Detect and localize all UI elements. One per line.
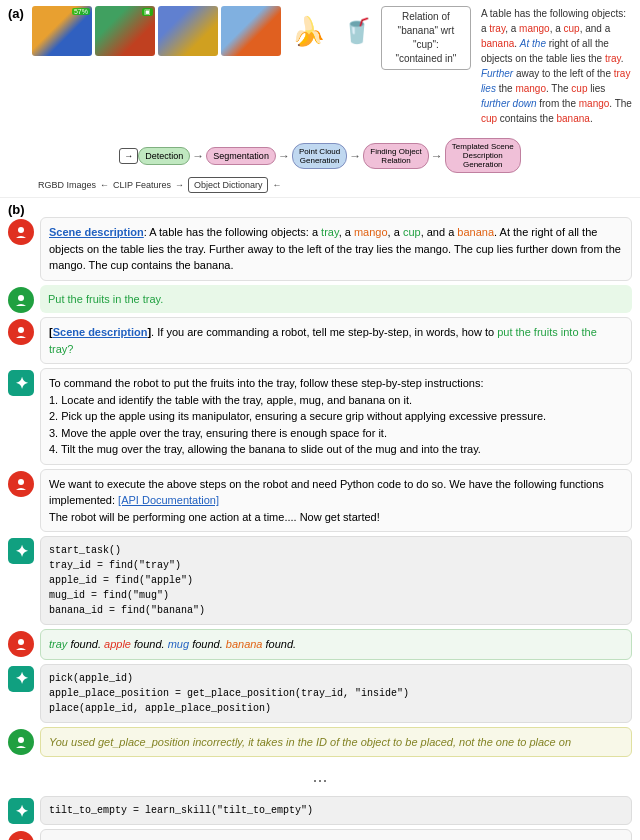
part-b-section: (b) Scene description: A table has the f…	[0, 198, 640, 840]
desc-cup: cup	[403, 226, 421, 238]
error-text: You used get_place_position incorrectly,…	[49, 736, 571, 748]
avatar-system-3	[8, 471, 34, 497]
avatar-system-5	[8, 831, 34, 840]
scene-further: Further	[481, 68, 513, 79]
pipe-arrow-2: →	[276, 149, 292, 163]
desc-tray: tray	[321, 226, 339, 238]
svg-point-1	[18, 295, 24, 301]
code-line-2: tray_id = find("tray")	[49, 558, 623, 573]
code2-line-1: pick(apple_id)	[49, 671, 623, 686]
code-block-2: pick(apple_id) apple_place_position = ge…	[40, 664, 632, 723]
scene-at-the: At the	[520, 38, 546, 49]
found-tray: tray	[49, 638, 67, 650]
scene-text-box: A table has the following objects: a tra…	[475, 6, 632, 126]
scene-tray: tray	[489, 23, 505, 34]
user-message-1: Put the fruits in the tray.	[40, 285, 632, 314]
scene-further-down: further down	[481, 98, 537, 109]
scene-cmd-bubble: [Scene description]. If you are commandi…	[40, 317, 632, 364]
pipe-detect: Detection	[138, 147, 190, 165]
chat-row-8: ✦ pick(apple_id) apple_place_position = …	[8, 664, 632, 723]
chatgpt-icon-1: ✦	[15, 374, 28, 393]
chat-row-1: Scene description: A table has the follo…	[8, 217, 632, 281]
error-msg-bubble: You used get_place_position incorrectly,…	[40, 727, 632, 758]
chat-row-12: tilt_to_empty has been learned.	[8, 829, 632, 840]
scene-desc-ref: Scene description	[53, 326, 148, 338]
svg-point-4	[18, 639, 24, 645]
chat-row-6: ✦ start_task() tray_id = find("tray") ap…	[8, 536, 632, 625]
avatar-chatgpt-4: ✦	[8, 798, 34, 824]
image-4	[221, 6, 281, 56]
desc-banana: banana	[457, 226, 494, 238]
scene-tray2: tray	[605, 53, 621, 64]
chat-row-7: tray found. apple found. mug found. bana…	[8, 629, 632, 660]
scene-cup2: cup	[571, 83, 587, 94]
code-block-1: start_task() tray_id = find("tray") appl…	[40, 536, 632, 625]
avatar-system-2	[8, 319, 34, 345]
svg-point-2	[18, 327, 24, 333]
code-line-4: mug_id = find("mug")	[49, 588, 623, 603]
pipe-arrow-1: →	[190, 149, 206, 163]
gpt-step4: 4. Tilt the mug over the tray, allowing …	[49, 443, 481, 455]
pipe-start: →	[119, 148, 138, 164]
chat-row-9: You used get_place_position incorrectly,…	[8, 727, 632, 758]
found-result-bubble: tray found. apple found. mug found. bana…	[40, 629, 632, 660]
code2-line-2: apple_place_position = get_place_positio…	[49, 686, 623, 701]
dots-text: ...	[312, 766, 327, 786]
gpt-intro: To command the robot to put the fruits i…	[49, 377, 484, 389]
found-banana: banana	[226, 638, 263, 650]
clip-left-arrow: ←	[100, 180, 109, 190]
tilt-code-line: tilt_to_empty = learn_skill("tilt_to_emp…	[49, 803, 623, 818]
clip-label: CLIP Features	[113, 180, 171, 190]
part-a-section: (a) 57% ▣ 🍌 🥤 Relation of "banana" wrt "…	[0, 0, 640, 198]
chatgpt-icon-2: ✦	[15, 542, 28, 561]
scene-tray3: tray	[614, 68, 631, 79]
avatar-user-2	[8, 729, 34, 755]
found-apple: apple	[104, 638, 131, 650]
pipeline-row: → Detection → Segmentation → Point Cloud…	[119, 138, 520, 173]
pipe-templated: Templated SceneDescriptionGeneration	[445, 138, 521, 173]
svg-point-3	[18, 479, 24, 485]
relation-line1: Relation of	[388, 10, 464, 24]
code-line-1: start_task()	[49, 543, 623, 558]
cup-image: 🥤	[337, 6, 377, 56]
banana-image: 🍌	[284, 6, 334, 56]
python-req-text2: The robot will be performing one action …	[49, 511, 380, 523]
python-req-bubble: We want to execute the above steps on th…	[40, 469, 632, 533]
pipe-findrel: Finding ObjectRelation	[363, 143, 429, 169]
relation-box: Relation of "banana" wrt "cup": "contain…	[381, 6, 471, 70]
learned-bubble: tilt_to_empty has been learned.	[40, 829, 632, 840]
scene-mango: mango	[519, 23, 550, 34]
pipe-pointcloud: Point CloudGeneration	[292, 143, 347, 169]
code-line-5: banana_id = find("banana")	[49, 603, 623, 618]
gpt-response-1: To command the robot to put the fruits i…	[40, 368, 632, 465]
found-mug: mug	[168, 638, 189, 650]
image-2: ▣	[95, 6, 155, 56]
pipe-arrow-3: →	[347, 149, 363, 163]
avatar-system-4	[8, 631, 34, 657]
clip-right-arrow: →	[175, 180, 184, 190]
gpt-step3: 3. Move the apple over the tray, ensurin…	[49, 427, 387, 439]
scene-mango3: mango	[579, 98, 610, 109]
chat-row-3: [Scene description]. If you are commandi…	[8, 317, 632, 364]
avatar-chatgpt-3: ✦	[8, 666, 34, 692]
api-doc-link[interactable]: [API Documentation]	[118, 494, 219, 506]
scene-desc-label: Scene description	[49, 226, 144, 238]
avatar-system-1	[8, 219, 34, 245]
svg-point-0	[18, 227, 24, 233]
user-text-1: Put the fruits in the tray.	[48, 293, 163, 305]
scene-banana2: banana	[557, 113, 590, 124]
chat-row-11: ✦ tilt_to_empty = learn_skill("tilt_to_e…	[8, 796, 632, 825]
scene-description-bubble: Scene description: A table has the follo…	[40, 217, 632, 281]
rgbd-label: RGBD Images	[38, 180, 96, 190]
images-row: 57% ▣ 🍌 🥤	[32, 6, 377, 56]
relation-line2: "banana" wrt "cup":	[388, 24, 464, 52]
tilt-code-bubble: tilt_to_empty = learn_skill("tilt_to_emp…	[40, 796, 632, 825]
avatar-user-1	[8, 287, 34, 313]
gpt-step2: 2. Pick up the apple using its manipulat…	[49, 410, 546, 422]
scene-cup: cup	[564, 23, 580, 34]
chatgpt-icon-3: ✦	[15, 669, 28, 688]
chat-row-5: We want to execute the above steps on th…	[8, 469, 632, 533]
chat-row-4: ✦ To command the robot to put the fruits…	[8, 368, 632, 465]
avatar-chatgpt-2: ✦	[8, 538, 34, 564]
avatar-chatgpt-1: ✦	[8, 370, 34, 396]
